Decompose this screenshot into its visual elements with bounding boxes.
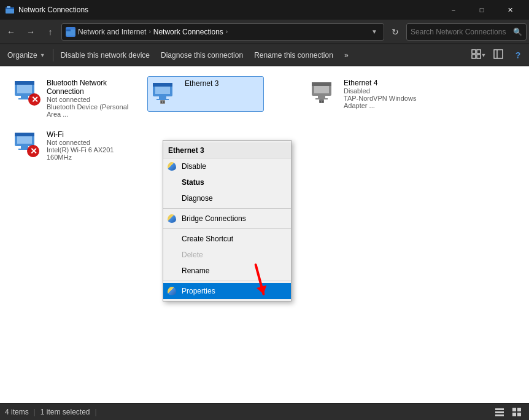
window-controls: − □ ✕ <box>439 0 524 20</box>
svg-rect-46 <box>512 408 516 411</box>
wifi-name: Wi-Fi <box>47 130 130 139</box>
ctx-properties-label: Properties <box>182 287 215 295</box>
svg-rect-49 <box>517 413 521 416</box>
view-dropdown-icon: ▼ <box>481 52 487 58</box>
organize-label: Organize <box>7 51 37 60</box>
ctx-disable-icon <box>167 161 177 171</box>
status-bar-right <box>492 405 524 419</box>
svg-rect-47 <box>517 408 521 411</box>
more-button[interactable]: » <box>339 47 353 64</box>
network-item-wifi[interactable]: ✕ Wi-Fi Not connected Intel(R) Wi-Fi 6 A… <box>10 128 133 163</box>
svg-rect-2 <box>7 6 10 8</box>
ctx-delete[interactable]: Delete <box>163 247 291 263</box>
ctx-shortcut[interactable]: Create Shortcut <box>163 231 291 247</box>
title-bar: Network Connections − □ ✕ <box>0 0 529 20</box>
breadcrumb-network-internet[interactable]: Network and Internet <box>78 28 146 36</box>
status-sep-2: | <box>95 408 97 416</box>
bluetooth-info: Bluetooth Network Connection Not connect… <box>47 79 130 118</box>
svg-rect-43 <box>495 408 504 410</box>
svg-rect-6 <box>477 50 481 53</box>
diagnose-button[interactable]: Diagnose this connection <box>156 47 248 64</box>
address-dropdown[interactable]: ▼ <box>371 28 377 35</box>
toolbar-separator-1 <box>53 49 53 61</box>
svg-rect-21 <box>159 96 166 99</box>
network-item-ethernet4[interactable]: Ethernet 4 Disabled TAP-NordVPN Windows … <box>307 76 430 112</box>
svg-rect-14 <box>21 96 28 98</box>
ethernet3-name: Ethernet 3 <box>185 79 261 88</box>
breadcrumb-network-connections[interactable]: Network Connections <box>153 28 223 36</box>
network-item-bluetooth[interactable]: ✕ Bluetooth Network Connection Not conne… <box>10 76 133 120</box>
ctx-diagnose-label: Diagnose <box>182 194 213 203</box>
svg-rect-24 <box>161 101 162 103</box>
bluetooth-status: Not connected <box>47 96 130 103</box>
ethernet4-device: TAP-NordVPN Windows Adapter ... <box>344 95 427 109</box>
status-view-list[interactable] <box>492 405 507 419</box>
app-icon <box>5 5 15 15</box>
toolbar: Organize ▼ Disable this network device D… <box>0 44 529 66</box>
svg-rect-19 <box>153 83 172 87</box>
pane-button[interactable] <box>490 47 507 64</box>
ctx-diagnose[interactable]: Diagnose <box>163 190 291 206</box>
status-view-details[interactable] <box>509 405 524 419</box>
search-icon: 🔍 <box>513 28 522 36</box>
ctx-disable[interactable]: Disable <box>163 158 291 174</box>
ctx-rename-label: Rename <box>182 266 209 275</box>
help-icon: ? <box>515 50 521 60</box>
svg-rect-36 <box>318 96 325 98</box>
svg-rect-27 <box>15 133 34 136</box>
refresh-button[interactable]: ↻ <box>387 23 404 41</box>
rename-button[interactable]: Rename this connection <box>249 47 338 64</box>
ctx-header: Ethernet 3 <box>163 142 291 158</box>
forward-button[interactable]: → <box>22 23 39 41</box>
pane-icon <box>493 49 503 61</box>
organize-button[interactable]: Organize ▼ <box>2 47 50 64</box>
ethernet3-info: Ethernet 3 <box>185 79 261 88</box>
svg-rect-44 <box>495 411 504 413</box>
close-button[interactable]: ✕ <box>496 0 524 20</box>
svg-rect-8 <box>477 55 481 58</box>
svg-rect-25 <box>163 101 164 103</box>
up-button[interactable]: ↑ <box>42 23 59 41</box>
address-box[interactable]: Network and Internet › Network Connectio… <box>61 23 384 41</box>
main-content: ✕ Bluetooth Network Connection Not conne… <box>0 66 529 403</box>
svg-rect-45 <box>495 414 504 416</box>
status-count: 4 items <box>5 408 29 416</box>
more-label: » <box>344 51 349 60</box>
wifi-info: Wi-Fi Not connected Intel(R) Wi-Fi 6 AX2… <box>47 130 130 161</box>
ctx-shortcut-label: Create Shortcut <box>182 235 233 243</box>
ctx-bridge-icon <box>167 214 177 224</box>
ctx-sep-2 <box>163 228 291 229</box>
bluetooth-device: Bluetooth Device (Personal Area ... <box>47 103 130 118</box>
toolbar-right: ▼ ? <box>470 47 527 64</box>
ctx-bridge[interactable]: Bridge Connections <box>163 211 291 227</box>
network-item-ethernet3[interactable]: Ethernet 3 <box>147 76 264 112</box>
ctx-sep-1 <box>163 208 291 209</box>
ctx-status[interactable]: Status <box>163 174 291 190</box>
svg-rect-29 <box>21 146 28 149</box>
search-box[interactable]: 🔍 <box>406 23 527 41</box>
svg-rect-35 <box>314 86 329 93</box>
ctx-status-label: Status <box>182 178 204 187</box>
svg-text:✕: ✕ <box>31 95 39 104</box>
search-input[interactable] <box>411 28 511 36</box>
window-title: Network Connections <box>18 6 439 14</box>
minimize-button[interactable]: − <box>439 0 468 20</box>
ethernet4-info: Ethernet 4 Disabled TAP-NordVPN Windows … <box>344 79 427 109</box>
maximize-button[interactable]: □ <box>468 0 496 20</box>
ctx-bridge-label: Bridge Connections <box>182 214 246 223</box>
view-button[interactable]: ▼ <box>470 47 487 64</box>
disable-label: Disable this network device <box>61 51 150 60</box>
ctx-properties[interactable]: Properties <box>163 283 291 299</box>
svg-rect-48 <box>512 413 516 416</box>
svg-rect-28 <box>17 136 32 144</box>
status-bar: 4 items | 1 item selected | <box>0 403 529 420</box>
ethernet4-status: Disabled <box>344 87 427 95</box>
bluetooth-icon: ✕ <box>12 79 42 108</box>
context-menu: Ethernet 3 Disable Status Diagnose Bridg… <box>163 140 292 301</box>
help-button[interactable]: ? <box>509 47 527 64</box>
back-button[interactable]: ← <box>2 23 20 41</box>
ethernet4-name: Ethernet 4 <box>344 79 427 87</box>
svg-rect-4 <box>66 29 71 31</box>
ctx-rename[interactable]: Rename <box>163 263 291 279</box>
disable-button[interactable]: Disable this network device <box>56 47 155 64</box>
